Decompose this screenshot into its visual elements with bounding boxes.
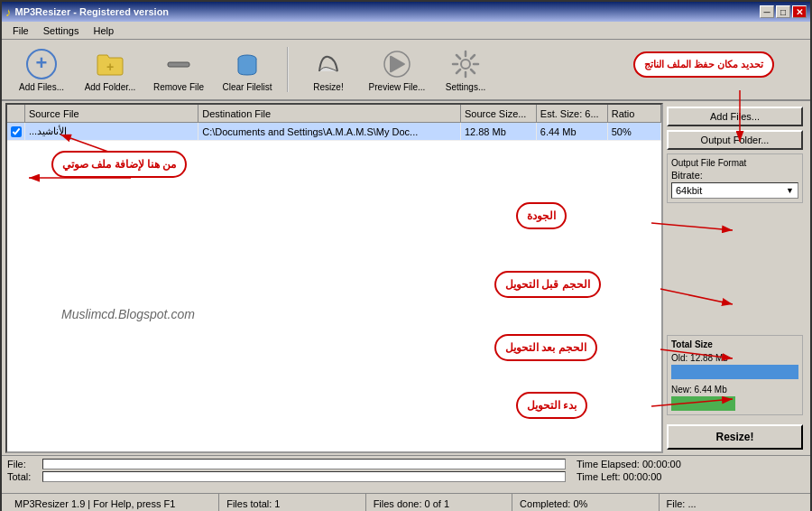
svg-line-12 [471, 70, 475, 73]
settings-button[interactable]: Settings... [433, 43, 498, 96]
status-files-done: Files done: 0 of 1 [366, 494, 512, 511]
source-file-cell: ...الأناشيد [25, 123, 198, 140]
menu-settings[interactable]: Settings [36, 23, 87, 38]
svg-text:+: + [106, 60, 114, 74]
remove-file-button[interactable]: Remove File [146, 43, 211, 96]
time-elapsed: Time Elapsed: 00:00:00 [577, 459, 681, 469]
svg-rect-3 [168, 62, 189, 67]
settings-icon [449, 48, 482, 80]
settings-label: Settings... [446, 82, 485, 92]
svg-line-11 [457, 55, 460, 59]
preview-label: Preview File... [369, 82, 426, 92]
ratio-cell: 50% [608, 123, 661, 140]
toolbar-separator [287, 47, 289, 92]
bitrate-dropdown[interactable]: 64kbit ▼ [671, 182, 798, 199]
add-folder-icon: + [94, 48, 126, 80]
status-bar: MP3Resizer 1.9 | For Help, press F1 File… [2, 493, 810, 511]
add-files-label: Add Files... [19, 82, 64, 92]
menu-bar: File Settings Help [2, 22, 810, 40]
total-size-section: Total Size Old: 12.88 Mb New: 6.44 Mb [667, 335, 803, 415]
clear-filelist-label: Clear Filelist [222, 82, 272, 92]
bitrate-value: 64kbit [676, 185, 786, 196]
add-files-button[interactable]: + Add Files... [9, 43, 74, 96]
dropdown-arrow-icon: ▼ [786, 186, 794, 195]
total-progress-label: Total: [7, 471, 39, 482]
preview-button[interactable]: Preview File... [364, 43, 429, 96]
total-size-title: Total Size [671, 339, 798, 349]
ratio-header[interactable]: Ratio [608, 105, 661, 122]
file-list-panel: Source File Destination File Source Size… [5, 103, 663, 453]
total-progress-bar [42, 471, 566, 482]
est-size-cell: 6.44 Mb [537, 123, 608, 140]
menu-file[interactable]: File [5, 23, 36, 38]
status-file: File: ... [660, 494, 805, 511]
resize-button-toolbar[interactable]: Resize! [296, 43, 361, 96]
toolbar: + Add Files... + Add Folder... Remove Fi… [2, 40, 810, 101]
minimize-button[interactable]: ─ [760, 5, 774, 18]
svg-point-6 [461, 60, 470, 69]
resize-button-right[interactable]: Resize! [667, 424, 803, 450]
close-button[interactable]: ✕ [792, 5, 807, 18]
output-format-section: Output File Format Bitrate: 64kbit ▼ [667, 153, 803, 203]
row-checkbox[interactable] [7, 123, 25, 140]
clear-filelist-button[interactable]: Clear Filelist [215, 43, 280, 96]
maximize-button[interactable]: □ [776, 5, 790, 18]
new-size-label: New: 6.44 Mb [671, 385, 798, 395]
checkbox-col-header [7, 105, 25, 122]
svg-line-13 [471, 55, 475, 59]
svg-text:+: + [36, 51, 48, 74]
menu-help[interactable]: Help [86, 23, 121, 38]
file-list-header: Source File Destination File Source Size… [7, 105, 661, 123]
time-left: Time Left: 00:00:00 [577, 471, 661, 482]
status-app-info: MP3Resizer 1.9 | For Help, press F1 [7, 494, 219, 511]
remove-file-icon [162, 48, 195, 80]
svg-line-14 [457, 70, 460, 73]
title-bar: ♪ MP3Resizer - Registered version ─ □ ✕ [2, 2, 810, 22]
file-progress-bar [42, 459, 566, 469]
status-completed: Completed: 0% [512, 494, 659, 511]
remove-file-label: Remove File [153, 82, 204, 92]
source-size-cell: 12.88 Mb [461, 123, 537, 140]
destination-file-header[interactable]: Destination File [198, 105, 461, 122]
progress-area: File: Time Elapsed: 00:00:00 Total: Time… [2, 455, 810, 493]
window-title: MP3Resizer - Registered version [15, 6, 170, 17]
table-row[interactable]: ...الأناشيد C:\Documents and Settings\A.… [7, 123, 661, 141]
file-progress-label: File: [7, 459, 39, 469]
right-panel: Add Files... Output Folder... Output Fil… [667, 103, 807, 453]
est-size-header[interactable]: Est. Size: 6... [537, 105, 608, 122]
source-file-header[interactable]: Source File [25, 105, 198, 122]
output-format-title: Output File Format [671, 158, 798, 168]
app-icon: ♪ [5, 5, 12, 19]
resize-label-toolbar: Resize! [313, 82, 343, 92]
add-files-right-button[interactable]: Add Files... [667, 107, 803, 126]
add-folder-button[interactable]: + Add Folder... [78, 43, 143, 96]
destination-file-cell: C:\Documents and Settings\A.M.A.M.S\My D… [198, 123, 461, 140]
bitrate-label: Bitrate: [671, 170, 798, 181]
new-size-bar [671, 396, 735, 411]
add-folder-label: Add Folder... [85, 82, 136, 92]
status-files-total: Files total: 1 [219, 494, 365, 511]
resize-icon [312, 48, 345, 80]
source-size-header[interactable]: Source Size... [461, 105, 537, 122]
preview-icon [381, 48, 413, 80]
output-folder-button[interactable]: Output Folder... [667, 130, 803, 150]
clear-filelist-icon [231, 48, 263, 80]
old-size-bar [671, 365, 798, 379]
old-size-label: Old: 12.88 Mb [671, 353, 798, 363]
watermark: Muslimcd.Blogspot.com [61, 307, 195, 321]
add-files-icon: + [25, 48, 58, 80]
